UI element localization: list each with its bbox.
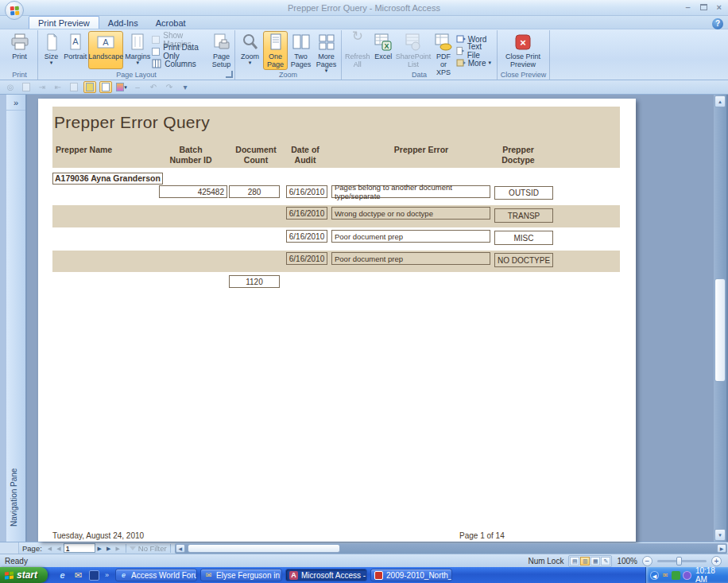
windows-logo-icon [5, 571, 14, 579]
print-preview-page[interactable]: Prepper Error Query Prepper Name Batch N… [38, 99, 636, 542]
scroll-down-icon[interactable]: ▼ [714, 529, 726, 541]
office-logo-icon [10, 6, 19, 15]
tray-collapse-icon[interactable]: ◀ [650, 571, 659, 580]
zoom-out-icon[interactable]: − [642, 556, 652, 566]
print-preview-toggle-icon[interactable] [83, 81, 96, 93]
zoom-slider-thumb[interactable] [676, 557, 682, 566]
restore-button[interactable] [700, 4, 707, 10]
export-excel-button[interactable]: X Excel [372, 31, 396, 69]
export-more-button[interactable]: More ▾ [456, 58, 494, 68]
taskbar-button-browser[interactable]: e Access World Forums... [115, 569, 197, 581]
windows-taskbar: start e ✉ » e Access World Forums... ✉ E… [0, 567, 728, 583]
dropdown-arrow-icon: ▾ [249, 60, 252, 65]
tab-acrobat[interactable]: Acrobat [147, 17, 195, 29]
new-record-icon[interactable]: ▶ [113, 543, 122, 554]
quick-launch-overflow-icon[interactable]: » [105, 571, 109, 579]
taskbar-button-pdf[interactable]: 2009-2010_North_Da... [370, 569, 452, 581]
view-switch-icon[interactable]: ▾ [115, 81, 128, 93]
scroll-up-icon[interactable]: ▲ [714, 95, 726, 107]
design-view-toggle-icon[interactable] [99, 81, 112, 93]
app-quick-launch-icon[interactable] [89, 570, 99, 581]
ribbon-group-zoom: Zoom ▾ One Page Two Pages More Pages ▾ Z… [235, 30, 342, 80]
office-button[interactable] [5, 1, 24, 20]
size-button[interactable]: Size ▾ [41, 31, 62, 69]
close-print-preview-button[interactable]: × Close Print Preview [500, 31, 546, 70]
refresh-all-button[interactable]: ↻ Refresh All [344, 31, 371, 70]
margins-button[interactable]: Margins ▾ [124, 31, 151, 69]
next-page-icon[interactable]: ▶ [95, 543, 104, 554]
zoom-level: 100% [617, 557, 637, 566]
page-setup-button[interactable]: Page Setup [211, 31, 232, 70]
print-button[interactable]: Print [4, 31, 35, 69]
group-header-prepper: A179036 Ayna Granderson [52, 173, 163, 185]
nav-corner [0, 542, 19, 554]
more-pages-icon [317, 33, 336, 52]
num-lock-indicator: Num Lock [528, 557, 563, 566]
svg-text:×: × [520, 37, 526, 49]
internet-explorer-icon[interactable]: e [57, 570, 68, 581]
print-preview-view-button[interactable]: ▥ [580, 557, 590, 566]
window-left-edge [0, 95, 6, 542]
first-page-icon[interactable]: ◀ [45, 543, 54, 554]
layout-view-button[interactable]: ▦ [591, 557, 600, 566]
vertical-scrollbar[interactable]: ▲ ▼ [714, 95, 726, 542]
export-sharepoint-button[interactable]: SharePoint List [396, 31, 431, 70]
document-icon[interactable] [68, 81, 80, 93]
svg-text:A: A [72, 37, 79, 46]
zoom-button[interactable]: Zoom ▾ [238, 31, 262, 69]
export-icon[interactable]: ⇥ [36, 81, 48, 93]
close-button[interactable]: × [717, 2, 722, 13]
landscape-button[interactable]: A Landscape [88, 31, 123, 69]
tray-purple-icon[interactable] [683, 571, 691, 580]
tab-print-preview[interactable]: Print Preview [29, 16, 99, 29]
document-workspace: » Navigation Pane Prepper Error Query Pr… [0, 95, 728, 542]
design-view-button[interactable]: ✎ [601, 557, 610, 566]
columns-button[interactable]: Columns [152, 59, 210, 68]
navigation-pane-collapsed[interactable]: » Navigation Pane [6, 95, 27, 542]
horizontal-scrollbar[interactable]: ◀ ▶ [175, 543, 727, 554]
scroll-left-icon[interactable]: ◀ [176, 544, 185, 553]
more-pages-button[interactable]: More Pages ▾ [314, 31, 339, 75]
window-icon[interactable] [20, 81, 33, 93]
tray-green-icon[interactable] [672, 571, 680, 580]
taskbar-button-mail[interactable]: ✉ Elyse Ferguson in Per... [200, 569, 282, 581]
start-button[interactable]: start [0, 567, 48, 583]
two-pages-button[interactable]: Two Pages [288, 31, 313, 70]
two-pages-icon [292, 33, 311, 52]
import-icon[interactable]: ⇤ [52, 81, 64, 93]
one-page-button[interactable]: One Page [263, 31, 288, 70]
zoom-slider[interactable] [657, 560, 707, 562]
column-header-date-of-audit: Date of Audit [265, 145, 345, 165]
help-icon[interactable]: ? [712, 18, 723, 29]
portrait-button[interactable]: A Portrait [63, 31, 87, 69]
last-page-icon[interactable]: ▶ [104, 543, 113, 554]
redo-icon[interactable]: ↷ [163, 81, 176, 93]
minimize-button[interactable]: – [685, 2, 690, 13]
report-view-button[interactable]: ▤ [570, 557, 579, 566]
show-margins-checkbox[interactable]: Show Margins [152, 35, 210, 45]
previous-page-icon[interactable]: ◀ [54, 543, 63, 554]
tab-add-ins[interactable]: Add-Ins [99, 17, 147, 29]
tray-mail-icon[interactable]: ✉ [661, 571, 670, 580]
undo-icon[interactable]: ↶ [147, 81, 160, 93]
zoom-in-icon[interactable]: + [711, 556, 722, 566]
mail-quick-launch-icon[interactable]: ✉ [73, 570, 83, 581]
vertical-scroll-thumb[interactable] [714, 278, 726, 382]
audit-date-cell: 6/16/2010 [286, 230, 327, 243]
taskbar-button-access[interactable]: A Microsoft Access - Qu... [285, 569, 367, 581]
expand-nav-pane-icon[interactable]: » [6, 95, 25, 111]
record-icon[interactable]: ◎ [4, 81, 17, 93]
page-number-input[interactable] [64, 543, 95, 553]
no-filter-button[interactable]: No Filter [130, 544, 167, 553]
export-text-file-button[interactable]: Text File [456, 46, 494, 56]
qat-customize-icon[interactable]: ▾ [179, 81, 192, 93]
quick-launch: e ✉ » [48, 570, 115, 581]
horizontal-scroll-thumb[interactable] [188, 544, 340, 553]
refresh-icon: ↻ [348, 33, 367, 52]
checkbox-icon [152, 36, 160, 44]
page-label: Page: [19, 544, 45, 553]
ribbon-group-data: ↻ Refresh All X Excel SharePoint List PD… [342, 30, 498, 80]
ribbon: Print Print Size ▾ A Portrait A Landscap… [0, 29, 728, 80]
scroll-right-icon[interactable]: ▶ [717, 544, 726, 553]
total-count-cell: 1120 [229, 275, 280, 288]
